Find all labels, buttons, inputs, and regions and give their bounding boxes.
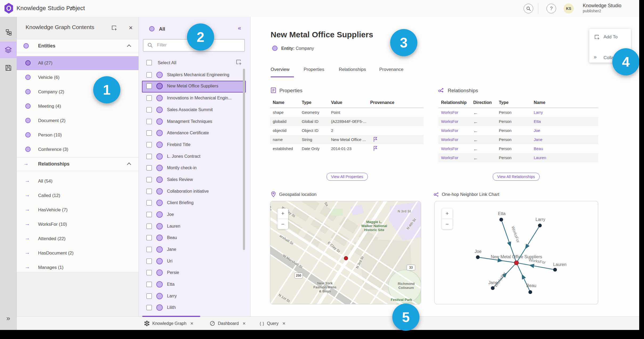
checkbox[interactable] (146, 282, 152, 287)
link-chart-widget[interactable]: WorksFor WorksFor WorksFor Etta Larry J (434, 201, 598, 304)
table-row[interactable]: WorksFor ← Person Lauren (438, 153, 598, 162)
table-row[interactable]: WorksFor ← Person Beau (438, 144, 598, 153)
node-center[interactable] (514, 261, 519, 265)
relationship-link[interactable]: WorksFor (441, 128, 458, 133)
app-logo-icon[interactable] (4, 3, 14, 14)
list-item[interactable]: Lauren (142, 221, 245, 232)
add-to-map-button[interactable] (111, 25, 117, 31)
entities-section-header[interactable]: Entities (17, 39, 138, 53)
entity-filter-document[interactable]: Document (2) (17, 114, 138, 128)
tab-properties[interactable]: Properties (304, 67, 324, 72)
checkbox[interactable] (146, 107, 152, 112)
list-item[interactable]: Larry (142, 291, 245, 301)
close-tab-icon[interactable]: ✕ (282, 321, 286, 326)
entity-link[interactable]: Lauren (534, 155, 546, 160)
checkbox[interactable] (146, 154, 152, 159)
tab-query[interactable]: { } Query ✕ (260, 317, 286, 330)
collapse-entities-icon[interactable] (127, 45, 131, 49)
rel-filter-hasdocument[interactable]: → HasDocument (2) (17, 246, 138, 260)
rel-filter-manages[interactable]: → Manages (1) (17, 261, 138, 275)
entity-link[interactable]: Etta (534, 119, 541, 124)
checkbox[interactable] (146, 72, 152, 78)
list-item[interactable]: Persie (142, 267, 245, 278)
add-to-menu-item[interactable]: Add To (589, 31, 631, 43)
map-widget[interactable]: + − W Clay St Sa k Rd N 3rd St N 4th St … (270, 201, 421, 304)
checkbox[interactable] (146, 293, 152, 299)
list-item[interactable]: Attendance Certificate (142, 128, 245, 138)
relationship-link[interactable]: WorksFor (441, 119, 458, 124)
checkbox[interactable] (146, 235, 152, 240)
tab-overview[interactable]: Overview (271, 67, 290, 72)
entity-filter-all[interactable]: All (27) (17, 56, 138, 70)
list-item[interactable]: Beau (142, 232, 245, 243)
view-all-relationships-button[interactable]: View All Relationships (493, 173, 540, 181)
node-larry[interactable] (538, 224, 542, 227)
list-item[interactable]: Montly check-in (142, 163, 245, 173)
entity-link[interactable]: Larry (534, 110, 543, 115)
node-joe[interactable] (476, 255, 480, 259)
rel-filter-attended[interactable]: → Attended (22) (17, 232, 138, 246)
relationships-section-header[interactable]: → Relationships (17, 158, 138, 171)
list-item[interactable]: Firebird Title (142, 139, 245, 150)
rel-filter-hasvehicle[interactable]: → HasVehicle (7) (17, 203, 138, 217)
scrollbar[interactable] (243, 69, 245, 250)
search-button[interactable] (524, 4, 533, 13)
node-lauren[interactable] (553, 268, 557, 272)
list-item[interactable]: Lilith (142, 302, 245, 313)
map-zoom-control[interactable]: + − (278, 208, 288, 229)
list-item[interactable]: Innovations in Mechanical Engin... (142, 93, 245, 103)
checkbox[interactable] (146, 142, 152, 147)
table-row[interactable]: name String New Metal Office ... (270, 135, 423, 144)
checkbox[interactable] (146, 270, 152, 275)
provenance-flag-icon[interactable] (373, 146, 378, 151)
list-item[interactable]: Staplers Mechanical Engineering (142, 70, 245, 80)
select-all-row[interactable]: Select All (139, 57, 250, 68)
list-item[interactable]: Sales Review (142, 174, 245, 185)
relationship-link[interactable]: WorksFor (441, 155, 458, 160)
add-to-map-button[interactable] (235, 59, 242, 66)
entity-link[interactable]: Jane (534, 137, 543, 142)
table-row[interactable]: WorksFor ← Person Etta (438, 117, 598, 126)
expand-rail-button[interactable]: » (0, 310, 17, 326)
close-tab-icon[interactable]: ✕ (190, 321, 194, 326)
chart-zoom-control[interactable]: + − (442, 208, 453, 229)
relationship-link[interactable]: WorksFor (441, 146, 458, 151)
collapse-panel-button[interactable]: « (238, 25, 241, 32)
help-button[interactable]: ? (547, 4, 556, 13)
table-row[interactable]: WorksFor ← Person Joe (438, 126, 598, 135)
list-item[interactable]: Client Briefing (142, 197, 245, 208)
checkbox[interactable] (146, 177, 152, 182)
checkbox[interactable] (146, 224, 152, 229)
layers-tool-button[interactable] (0, 42, 17, 58)
entity-filter-person[interactable]: Person (10) (17, 128, 138, 142)
node-beau[interactable] (528, 290, 532, 294)
close-panel-button[interactable]: ✕ (129, 25, 133, 31)
table-row[interactable]: established Date Only 2014-01-23 (270, 144, 423, 153)
entity-filter-company[interactable]: Company (2) (17, 85, 138, 99)
entity-filter-meeting[interactable]: Meeting (4) (17, 99, 138, 113)
list-item[interactable]: Collaboration initiative (142, 186, 245, 197)
rel-filter-all[interactable]: → All (54) (17, 174, 138, 188)
checkbox[interactable] (146, 247, 152, 252)
select-all-checkbox[interactable] (146, 60, 152, 65)
avatar[interactable]: KS (564, 3, 574, 14)
checkbox[interactable] (146, 119, 152, 124)
checkbox[interactable] (146, 305, 152, 310)
list-item[interactable]: Jane (142, 244, 245, 255)
checkbox[interactable] (146, 95, 152, 101)
list-item[interactable]: Etta (142, 279, 245, 290)
checkbox[interactable] (146, 130, 152, 136)
list-item[interactable]: Uri (142, 256, 245, 267)
entity-filter-conference[interactable]: Conference (3) (17, 143, 138, 156)
zoom-out-button[interactable]: − (278, 219, 288, 229)
checkbox[interactable] (146, 165, 152, 171)
table-row[interactable]: shape Geometry Point (270, 108, 423, 117)
view-all-properties-button[interactable]: View All Properties (327, 173, 368, 181)
list-item[interactable]: Managment Techniques (142, 116, 245, 127)
entity-link[interactable]: Beau (534, 146, 543, 151)
entity-filter-vehicle[interactable]: Vehicle (6) (17, 71, 138, 84)
table-row[interactable]: objectid Object ID 2 (270, 126, 423, 135)
collapse-relationships-icon[interactable] (127, 163, 131, 167)
node-etta[interactable] (499, 218, 503, 221)
relationship-link[interactable]: WorksFor (441, 110, 458, 115)
